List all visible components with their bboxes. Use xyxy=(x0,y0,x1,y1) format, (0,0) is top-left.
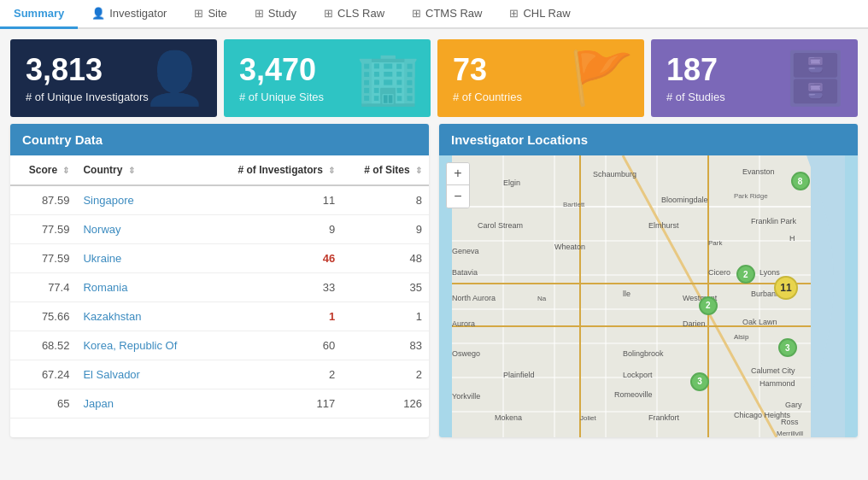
cell-country[interactable]: Kazakhstan xyxy=(76,301,207,331)
table-row: 77.59Ukraine4648 xyxy=(10,243,429,272)
svg-text:Frankfort: Frankfort xyxy=(648,413,680,422)
chl-raw-tab-label: CHL Raw xyxy=(523,7,570,20)
sort-sites-icon: ⇕ xyxy=(415,166,422,175)
cluster-marker-2a[interactable]: 2 xyxy=(736,265,755,284)
cell-sites: 1 xyxy=(342,301,429,331)
cluster-marker-3a[interactable]: 3 xyxy=(778,338,797,357)
investigators-number: 3,813 xyxy=(26,53,149,87)
cell-country[interactable]: El Salvador xyxy=(76,360,207,389)
main-content: Country Data Score ⇕ Country ⇕ # of Inve… xyxy=(0,124,868,448)
cls-raw-tab-label: CLS Raw xyxy=(337,7,384,20)
svg-text:Alsip: Alsip xyxy=(734,333,749,341)
table-row: 67.24El Salvador22 xyxy=(10,360,429,389)
svg-text:Cicero: Cicero xyxy=(708,268,730,277)
map-panel: Investigator Locations xyxy=(439,124,858,437)
study-tab-label: Study xyxy=(268,7,296,20)
svg-text:Lockport: Lockport xyxy=(623,371,653,379)
zoom-in-button[interactable]: + xyxy=(447,163,469,185)
cell-sites: 2 xyxy=(342,360,429,389)
countries-number: 73 xyxy=(453,53,522,87)
tab-cls-raw[interactable]: ⊞ CLS Raw xyxy=(310,0,398,29)
country-data-header: Country Data xyxy=(10,124,429,155)
investigators-bg-icon: 👤 xyxy=(143,48,207,108)
cell-sites: 35 xyxy=(342,272,429,301)
tab-chl-raw[interactable]: ⊞ CHL Raw xyxy=(496,0,584,29)
svg-text:Gary: Gary xyxy=(785,401,802,409)
map-header: Investigator Locations xyxy=(439,124,858,155)
sort-country-icon: ⇕ xyxy=(128,166,135,175)
navigation-tabs: Summary 👤 Investigator ⊞ Site ⊞ Study ⊞ … xyxy=(0,0,868,29)
cell-country[interactable]: Norway xyxy=(76,214,207,243)
country-table-container: Score ⇕ Country ⇕ # of Investigators ⇕ #… xyxy=(10,155,429,419)
cell-score: 67.24 xyxy=(10,360,76,389)
countries-bg-icon: 🚩 xyxy=(570,48,634,108)
svg-text:Elgin: Elgin xyxy=(503,179,520,187)
cell-country[interactable]: Romania xyxy=(76,272,207,301)
stat-text-sites: 3,470 # of Unique Sites xyxy=(239,53,324,103)
tab-ctms-raw[interactable]: ⊞ CTMS Raw xyxy=(398,0,496,29)
cell-investigators: 2 xyxy=(207,360,342,389)
sites-bg-icon: 🏢 xyxy=(356,48,420,108)
svg-text:lle: lle xyxy=(623,290,630,298)
svg-text:Park Ridge: Park Ridge xyxy=(734,192,768,200)
svg-text:Elmhurst: Elmhurst xyxy=(648,221,679,230)
cell-investigators: 9 xyxy=(207,214,342,243)
col-sites[interactable]: # of Sites ⇕ xyxy=(342,155,429,185)
col-score[interactable]: Score ⇕ xyxy=(10,155,76,185)
cell-country[interactable]: Ukraine xyxy=(76,243,207,272)
table-row: 65Japan117126 xyxy=(10,389,429,418)
stat-card-studies: 187 # of Studies 🗄️ xyxy=(651,39,858,117)
table-row: 87.59Singapore118 xyxy=(10,185,429,215)
sort-inv-icon: ⇕ xyxy=(328,166,335,175)
cluster-marker-8[interactable]: 8 xyxy=(791,172,810,190)
svg-text:Na: Na xyxy=(537,295,547,302)
cell-country[interactable]: Singapore xyxy=(76,185,207,215)
cell-country[interactable]: Korea, Republic Of xyxy=(76,331,207,360)
tab-site[interactable]: ⊞ Site xyxy=(180,0,240,29)
studies-bg-icon: 🗄️ xyxy=(783,48,847,108)
table-row: 68.52Korea, Republic Of6083 xyxy=(10,331,429,360)
map-title: Investigator Locations xyxy=(451,132,588,147)
map-controls: + − xyxy=(446,162,470,208)
cluster-marker-2b[interactable]: 2 xyxy=(699,296,718,315)
cell-sites: 9 xyxy=(342,214,429,243)
countries-label: # of Countries xyxy=(453,91,522,103)
tab-study[interactable]: ⊞ Study xyxy=(241,0,310,29)
svg-text:Batavia: Batavia xyxy=(452,268,478,277)
table-header-row: Score ⇕ Country ⇕ # of Investigators ⇕ #… xyxy=(10,155,429,185)
svg-text:Ross: Ross xyxy=(781,418,799,426)
svg-text:Bartlett: Bartlett xyxy=(563,201,585,208)
col-investigators[interactable]: # of Investigators ⇕ xyxy=(207,155,342,185)
table-row: 77.4Romania3335 xyxy=(10,272,429,301)
site-icon: ⊞ xyxy=(194,7,203,20)
svg-text:Plainfield: Plainfield xyxy=(503,371,535,379)
tab-investigator[interactable]: 👤 Investigator xyxy=(78,0,180,29)
tab-summary[interactable]: Summary xyxy=(0,0,78,29)
cell-investigators: 11 xyxy=(207,185,342,215)
studies-label: # of Studies xyxy=(666,91,725,103)
col-country[interactable]: Country ⇕ xyxy=(76,155,207,185)
svg-text:Oswego: Oswego xyxy=(452,349,480,358)
stat-text-investigators: 3,813 # of Unique Investigators xyxy=(26,53,149,103)
stat-card-sites: 3,470 # of Unique Sites 🏢 xyxy=(224,39,431,117)
cell-score: 77.4 xyxy=(10,272,76,301)
cluster-marker-3b[interactable]: 3 xyxy=(690,372,709,391)
zoom-out-button[interactable]: − xyxy=(447,185,469,208)
country-table: Score ⇕ Country ⇕ # of Investigators ⇕ #… xyxy=(10,155,429,419)
map-container[interactable]: Elgin Schaumburg Evanston Bartlett Bloom… xyxy=(439,155,858,437)
country-data-title: Country Data xyxy=(22,132,103,147)
cell-score: 87.59 xyxy=(10,185,76,215)
sort-score-icon: ⇕ xyxy=(62,166,69,175)
cell-investigators: 117 xyxy=(207,389,342,418)
svg-text:Franklin Park: Franklin Park xyxy=(751,217,797,225)
study-icon: ⊞ xyxy=(255,7,264,20)
sites-label: # of Unique Sites xyxy=(239,91,324,103)
cell-country[interactable]: Japan xyxy=(76,389,207,418)
svg-text:Park: Park xyxy=(708,239,723,247)
stat-text-studies: 187 # of Studies xyxy=(666,53,725,103)
cell-investigators: 46 xyxy=(207,243,342,272)
svg-text:Mokena: Mokena xyxy=(495,413,522,422)
cell-score: 77.59 xyxy=(10,214,76,243)
svg-text:Joliet: Joliet xyxy=(580,414,596,422)
svg-text:Romeoville: Romeoville xyxy=(614,390,653,399)
